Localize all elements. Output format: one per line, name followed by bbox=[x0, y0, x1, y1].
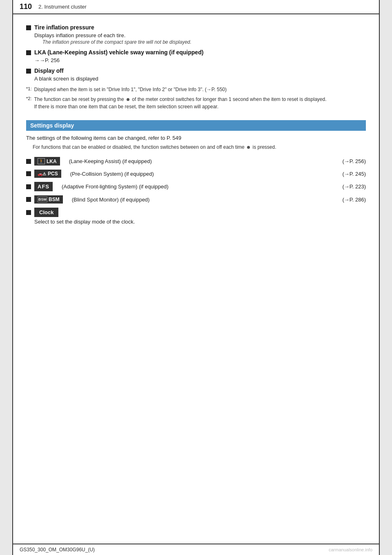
footnote-2-mark: *2: bbox=[26, 96, 31, 101]
watermark-text: carmanualsonline.info bbox=[329, 547, 372, 552]
pcs-icon-inner: 🚗⚠ bbox=[38, 172, 46, 176]
settings-intro: The settings of the following items can … bbox=[26, 135, 366, 141]
lka-feature-label: (Lane-Keeping Assist) (if equipped) bbox=[69, 158, 339, 164]
feature-row-afs: AFS (Adaptive Front-lighting System) (if… bbox=[26, 182, 366, 191]
feature-row-lka: 🚶 LKA (Lane-Keeping Assist) (if equipped… bbox=[26, 157, 366, 166]
afs-badge-text: AFS bbox=[34, 182, 53, 191]
footnote-1-text: Displayed when the item is set in "Drive… bbox=[34, 86, 227, 93]
dot-bullet-icon bbox=[127, 98, 129, 101]
bullet-icon bbox=[26, 25, 31, 30]
lka-warning-label: LKA (Lane-Keeping Assist) vehicle sway w… bbox=[34, 49, 203, 56]
footnote-2-text: The function can be reset by pressing th… bbox=[34, 96, 326, 110]
tire-inflation-label: Tire inflation pressure bbox=[34, 24, 94, 31]
footnote-1-mark: *1: bbox=[26, 86, 31, 91]
settings-sub-note: For functions that can be enabled or dis… bbox=[33, 143, 366, 151]
bullet-icon bbox=[26, 210, 31, 215]
footnote-2: *2: The function can be reset by pressin… bbox=[26, 96, 366, 110]
afs-feature-ref: (→P. 223) bbox=[342, 184, 366, 190]
lka-badge: 🚶 LKA bbox=[34, 157, 60, 166]
footnote-1: *1: Displayed when the item is set in "D… bbox=[26, 86, 366, 93]
clock-description: Select to set the display mode of the cl… bbox=[34, 219, 366, 225]
page-number: 110 bbox=[20, 2, 32, 11]
tire-inflation-item: Tire inflation pressure bbox=[26, 24, 366, 31]
lka-icon-inner: 🚶 bbox=[38, 158, 45, 164]
feature-row-pcs: 🚗⚠ PCS (Pre-Collision System) (if equipp… bbox=[26, 170, 366, 178]
bsm-feature-ref: (→P. 286) bbox=[342, 197, 366, 203]
lka-warning-ref: →→P. 256 bbox=[34, 57, 366, 63]
display-off-label: Display off bbox=[34, 67, 64, 74]
bullet-icon bbox=[26, 184, 31, 189]
page-footer: GS350_300_OM_OM30G96U_(U) carmanualsonli… bbox=[13, 544, 379, 555]
page-header: 110 2. Instrument cluster bbox=[13, 0, 379, 14]
bsm-badge: BSM BSM bbox=[34, 195, 63, 204]
lka-badge-text: LKA bbox=[47, 159, 57, 164]
feature-row-bsm: BSM BSM (Blind Spot Monitor) (if equippe… bbox=[26, 195, 366, 204]
clock-row: Clock bbox=[26, 208, 366, 217]
bullet-icon bbox=[26, 50, 31, 55]
bsm-icon-inner: BSM bbox=[38, 197, 47, 202]
dot-bullet-icon-2 bbox=[247, 146, 250, 149]
settings-display-header: Settings display bbox=[26, 120, 366, 131]
chapter-title: 2. Instrument cluster bbox=[38, 4, 87, 10]
bullet-icon bbox=[26, 159, 31, 164]
lka-feature-ref: (→P. 256) bbox=[342, 158, 366, 164]
content-area: Tire inflation pressure Displays inflati… bbox=[13, 14, 379, 241]
bullet-icon bbox=[26, 197, 31, 202]
bullet-icon bbox=[26, 69, 31, 74]
pcs-feature-ref: (→P. 245) bbox=[342, 171, 366, 177]
afs-badge: AFS bbox=[34, 182, 53, 191]
display-off-item: Display off bbox=[26, 67, 366, 74]
display-off-desc: A blank screen is displayed bbox=[34, 76, 366, 82]
pcs-badge-text: PCS bbox=[48, 171, 58, 177]
tire-inflation-desc: Displays inflation pressure of each tire… bbox=[34, 32, 366, 38]
bsm-feature-label: (Blind Spot Monitor) (if equipped) bbox=[72, 197, 339, 203]
lka-warning-item: LKA (Lane-Keeping Assist) vehicle sway w… bbox=[26, 49, 366, 56]
bullet-icon bbox=[26, 171, 31, 176]
tire-inflation-note: The inflation pressure of the compact sp… bbox=[42, 39, 366, 45]
footer-text: GS350_300_OM_OM30G96U_(U) bbox=[20, 547, 95, 553]
bsm-badge-text: BSM bbox=[49, 197, 60, 202]
pcs-feature-label: (Pre-Collision System) (if equipped) bbox=[70, 171, 339, 177]
afs-feature-label: (Adaptive Front-lighting System) (if equ… bbox=[62, 184, 339, 190]
pcs-badge: 🚗⚠ PCS bbox=[34, 170, 61, 178]
clock-badge: Clock bbox=[34, 208, 58, 217]
